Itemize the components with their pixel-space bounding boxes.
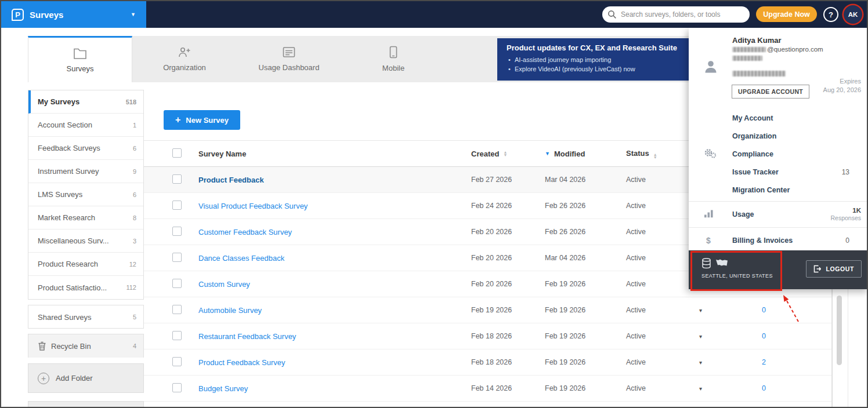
status-dropdown-caret[interactable]: ▾ [699,359,717,366]
redacted-text [732,47,766,52]
product-menu-label: Surveys [30,10,63,20]
select-all-cell [172,148,198,159]
user-avatar[interactable]: AK [844,5,862,24]
tab-mobile[interactable]: Mobile [341,36,446,82]
organization-people-icon [178,46,191,58]
responses-link[interactable]: 0 [762,306,766,314]
created-cell: Feb 20 2026 [471,228,545,236]
sidebar-item-shared-surveys[interactable]: Shared Surveys5 [28,305,143,329]
redacted-text [732,56,762,61]
sort-descending-icon[interactable]: ▼ [545,151,550,156]
status-dropdown-caret[interactable]: ▾ [699,385,717,392]
row-checkbox[interactable] [172,279,182,288]
sidebar-item-account-section[interactable]: Account Section1 [28,114,143,137]
app-window: P Surveys ▼ Upgrade Now ? AK Surveys Org… [0,0,868,408]
questionpro-logo-icon: P [12,9,24,21]
sidebar-item-feedback-surveys[interactable]: Feedback Surveys6 [28,137,143,160]
sidebar-item-instrument-survey[interactable]: Instrument Survey9 [28,160,143,183]
user-account-menu: Aditya Kumar @questionpro.com UPGRADE AC… [689,28,868,289]
header-survey-name[interactable]: Survey Name [198,150,471,158]
recycle-bin-group: Recycle Bin 4 [28,334,144,358]
row-checkbox[interactable] [172,227,182,236]
sidebar-item-my-surveys[interactable]: My Surveys518 [28,90,143,114]
header-modified[interactable]: ▼Modified [545,150,626,158]
database-icon [701,258,711,269]
product-switcher-menu[interactable]: P Surveys ▼ [1,1,146,28]
row-checkbox[interactable] [172,331,182,340]
survey-name-link[interactable]: Budget Survey [198,384,248,393]
folder-count: 5 [133,314,136,320]
sidebar-item-recycle-bin[interactable]: Recycle Bin 4 [28,334,143,358]
folder-count: 9 [133,168,136,175]
survey-name-link[interactable]: Custom Survey [198,280,250,289]
status-cell: Active [626,306,699,314]
shared-surveys-group: Shared Surveys5 [28,305,144,329]
row-checkbox[interactable] [172,383,182,392]
gears-icon [704,148,717,160]
top-navigation-bar: P Surveys ▼ Upgrade Now ? AK [1,1,867,28]
upgrade-account-button[interactable]: UPGRADE ACCOUNT [732,85,809,99]
table-row[interactable]: Product Feedback Survey Feb 18 2026 Feb … [144,349,831,376]
billing-count: 0 [845,236,849,245]
menu-item-billing-invoices[interactable]: $ Billing & Invoices 0 [689,230,868,251]
folder-count: 518 [126,99,136,105]
new-survey-button[interactable]: + New Survey [164,110,240,130]
menu-item-compliance[interactable]: Compliance [689,145,868,163]
row-checkbox[interactable] [172,174,182,184]
tab-organization[interactable]: Organization [132,36,237,82]
tab-usage-dashboard[interactable]: Usage Dashboard [237,36,341,82]
vertical-scrollbar[interactable] [837,296,842,365]
bullet-icon: • [508,55,511,64]
sidebar-item-product-satisfaction[interactable]: Product Satisfactio...112 [28,276,143,299]
created-cell: Feb 19 2026 [471,306,545,314]
survey-name-link[interactable]: Dance Classes Feedback [198,254,284,263]
row-checkbox[interactable] [172,305,182,314]
status-dropdown-caret[interactable]: ▾ [699,333,717,340]
survey-name-link[interactable]: Customer Feedback Survey [198,228,292,236]
created-cell: Feb 24 2026 [471,202,545,210]
help-icon[interactable]: ? [823,7,838,22]
license-expiry: Expires Aug 20, 2026 [823,77,861,94]
sidebar-item-product-research[interactable]: Product Research12 [28,253,143,276]
add-folder-button[interactable]: + Add Folder [28,363,144,393]
status-dropdown-caret[interactable]: ▾ [699,307,717,314]
menu-item-organization[interactable]: Organization [689,127,868,145]
menu-item-my-account[interactable]: My Account [689,109,868,127]
menu-item-issue-tracker[interactable]: Issue Tracker13 [689,163,868,181]
table-row[interactable]: Automobile Survey Feb 19 2026 Feb 19 202… [144,297,831,323]
datacenter-info: SEATTLE, UNITED STATES [689,250,773,289]
survey-name-link[interactable]: Restaurant Feedback Survey [198,332,296,341]
table-row[interactable]: Restaurant Feedback Survey Feb 18 2026 F… [144,323,831,349]
sort-updown-icon[interactable]: ▲▼ [653,153,657,159]
survey-name-link[interactable]: Automobile Survey [198,306,262,315]
menu-item-migration-center[interactable]: Migration Center [689,181,868,199]
row-checkbox[interactable] [172,253,182,262]
survey-name-link[interactable]: Product Feedback Survey [198,358,285,367]
tab-surveys[interactable]: Surveys [28,36,132,82]
status-cell: Active [626,384,699,392]
search-input[interactable] [602,6,750,23]
folder-icon [73,47,87,59]
row-checkbox[interactable] [172,201,182,210]
header-created[interactable]: Created▲▼ [471,150,545,158]
table-row[interactable]: Budget Survey Feb 14 2026 Feb 19 2026 Ac… [144,376,831,402]
united-states-map-icon [715,259,728,267]
user-email: @questionpro.com [732,46,823,53]
mobile-phone-icon [389,46,397,59]
responses-link[interactable]: 0 [762,384,766,392]
sidebar-item-market-research[interactable]: Market Research8 [28,206,143,230]
select-all-checkbox[interactable] [172,148,182,158]
responses-link[interactable]: 2 [762,358,766,366]
logout-button[interactable]: LOGOUT [806,260,862,278]
plus-circle-icon: + [38,373,49,384]
sidebar-item-miscellaneous-surveys[interactable]: Miscellaneous Surv...3 [28,230,143,253]
row-checkbox[interactable] [172,357,182,366]
created-cell: Feb 18 2026 [471,358,545,366]
responses-link[interactable]: 0 [762,332,766,340]
menu-item-usage[interactable]: Usage 1KResponses [689,204,868,225]
sidebar-item-lms-surveys[interactable]: LMS Surveys6 [28,183,143,206]
survey-name-link[interactable]: Visual Product Feedback Survey [198,202,308,210]
survey-name-link[interactable]: Product Feedback [198,176,264,184]
upgrade-now-button[interactable]: Upgrade Now [756,6,817,22]
sort-updown-icon[interactable]: ▲▼ [503,151,507,156]
